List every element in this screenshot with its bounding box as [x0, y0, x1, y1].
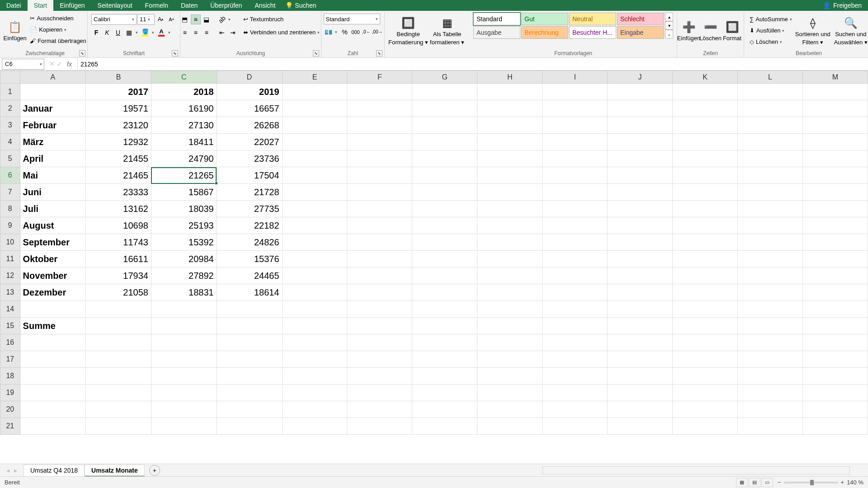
cell-A19[interactable]	[20, 385, 86, 401]
cell-D10[interactable]: 24826	[217, 234, 282, 251]
column-header-K[interactable]: K	[673, 71, 738, 84]
cell-K16[interactable]	[673, 334, 738, 351]
cell-H12[interactable]	[477, 267, 542, 284]
cell-M5[interactable]	[802, 150, 868, 167]
cell-H20[interactable]	[477, 401, 542, 418]
cell-G21[interactable]	[412, 418, 477, 435]
cell-I21[interactable]	[542, 418, 608, 435]
cell-K8[interactable]	[673, 201, 738, 217]
cell-J2[interactable]	[608, 100, 673, 117]
cell-L19[interactable]	[737, 385, 802, 401]
cell-A11[interactable]: Oktober	[20, 251, 86, 267]
cell-I4[interactable]	[542, 134, 608, 150]
cell-L4[interactable]	[737, 134, 802, 150]
cell-G5[interactable]	[412, 150, 477, 167]
cell-E8[interactable]	[282, 201, 347, 217]
cell-I1[interactable]	[542, 84, 608, 100]
cell-H15[interactable]	[477, 318, 542, 334]
cell-D5[interactable]: 23736	[217, 150, 282, 167]
cell-J9[interactable]	[608, 217, 673, 234]
cell-L5[interactable]	[737, 150, 802, 167]
cell-H13[interactable]	[477, 284, 542, 301]
number-format-select[interactable]: Standard▾	[324, 14, 380, 24]
tab-start[interactable]: Start	[28, 0, 54, 11]
cell-K13[interactable]	[673, 284, 738, 301]
align-top-button[interactable]: ⬒	[180, 14, 190, 24]
formula-input[interactable]: 21265	[78, 58, 868, 70]
cell-F18[interactable]	[347, 368, 412, 385]
cell-M11[interactable]	[802, 251, 868, 267]
cell-E7[interactable]	[282, 184, 347, 201]
cell-M13[interactable]	[802, 284, 868, 301]
cell-H9[interactable]	[477, 217, 542, 234]
cell-D1[interactable]: 2019	[217, 84, 282, 100]
cell-G7[interactable]	[412, 184, 477, 201]
cell-C10[interactable]: 15392	[151, 234, 217, 251]
cell-A2[interactable]: Januar	[20, 100, 86, 117]
row-header-16[interactable]: 16	[0, 334, 20, 351]
cell-L16[interactable]	[737, 334, 802, 351]
fx-icon[interactable]: fx	[64, 61, 75, 68]
cancel-formula-icon[interactable]: ✕	[49, 60, 55, 68]
cell-I10[interactable]	[542, 234, 608, 251]
cell-A21[interactable]	[20, 418, 86, 435]
cell-C20[interactable]	[151, 401, 217, 418]
cell-L1[interactable]	[737, 84, 802, 100]
cell-C6[interactable]: 21265	[151, 167, 217, 184]
cell-J15[interactable]	[608, 318, 673, 334]
row-header-14[interactable]: 14	[0, 301, 20, 318]
tab-ansicht[interactable]: Ansicht	[248, 0, 282, 11]
cell-A18[interactable]	[20, 368, 86, 385]
tell-me-search[interactable]: 💡 Suchen	[285, 2, 316, 9]
cell-D4[interactable]: 22027	[217, 134, 282, 150]
thousands-button[interactable]: 000	[351, 27, 361, 37]
italic-button[interactable]: K	[102, 28, 112, 38]
cell-K15[interactable]	[673, 318, 738, 334]
gallery-up-button[interactable]: ▴	[665, 13, 673, 21]
cell-J10[interactable]	[608, 234, 673, 251]
cell-H2[interactable]	[477, 100, 542, 117]
cell-J6[interactable]	[608, 167, 673, 184]
cell-H10[interactable]	[477, 234, 542, 251]
cell-I13[interactable]	[542, 284, 608, 301]
cell-M17[interactable]	[802, 351, 868, 368]
cell-D19[interactable]	[217, 385, 282, 401]
align-middle-button[interactable]: ≡	[191, 14, 201, 24]
cell-M16[interactable]	[802, 334, 868, 351]
cell-B3[interactable]: 23120	[86, 117, 151, 134]
cell-J21[interactable]	[608, 418, 673, 435]
cut-button[interactable]: ✂Ausschneiden	[28, 13, 88, 24]
font-name-select[interactable]: Calibri▾	[91, 14, 137, 25]
cell-K4[interactable]	[673, 134, 738, 150]
cell-A4[interactable]: März	[20, 134, 86, 150]
cell-I19[interactable]	[542, 385, 608, 401]
cell-J3[interactable]	[608, 117, 673, 134]
cell-K20[interactable]	[673, 401, 738, 418]
column-header-I[interactable]: I	[542, 71, 608, 84]
cell-D15[interactable]	[217, 318, 282, 334]
column-header-H[interactable]: H	[477, 71, 542, 84]
cell-F7[interactable]	[347, 184, 412, 201]
cell-G8[interactable]	[412, 201, 477, 217]
fill-button[interactable]: ⬇Ausfüllen▾	[748, 25, 794, 36]
cell-C9[interactable]: 25193	[151, 217, 217, 234]
normal-view-button[interactable]: ▦	[736, 478, 748, 487]
cell-M9[interactable]	[802, 217, 868, 234]
increase-font-button[interactable]: A▴	[156, 14, 165, 24]
column-header-J[interactable]: J	[608, 71, 673, 84]
cell-M19[interactable]	[802, 385, 868, 401]
align-center-button[interactable]: ≡	[191, 28, 201, 38]
cell-A5[interactable]: April	[20, 150, 86, 167]
row-header-8[interactable]: 8	[0, 201, 20, 217]
cell-B5[interactable]: 21455	[86, 150, 151, 167]
cell-style-5[interactable]: Berechnung	[521, 26, 568, 39]
cell-M15[interactable]	[802, 318, 868, 334]
cell-K1[interactable]	[673, 84, 738, 100]
cell-I7[interactable]	[542, 184, 608, 201]
cell-I11[interactable]	[542, 251, 608, 267]
tab-seitenlayout[interactable]: Seitenlayout	[91, 0, 139, 11]
row-header-18[interactable]: 18	[0, 368, 20, 385]
cell-B10[interactable]: 11743	[86, 234, 151, 251]
cell-E6[interactable]	[282, 167, 347, 184]
cell-D9[interactable]: 22182	[217, 217, 282, 234]
